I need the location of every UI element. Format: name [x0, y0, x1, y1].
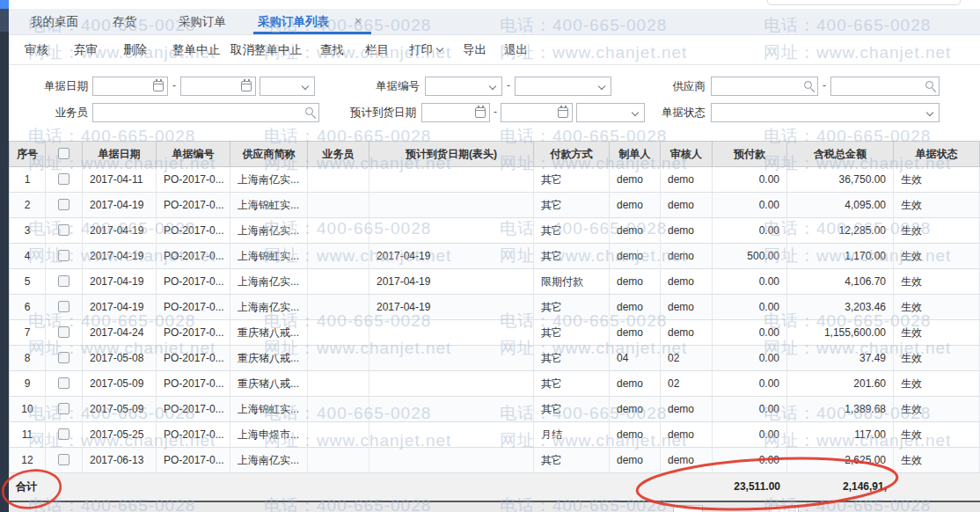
row-checkbox[interactable] [58, 454, 69, 465]
row-checkbox-cell[interactable] [46, 422, 83, 448]
row-checkbox-cell[interactable] [46, 193, 83, 218]
export-button[interactable]: 导出 [463, 35, 486, 65]
audit-button[interactable]: 审核 [25, 35, 48, 65]
row-checkbox[interactable] [58, 301, 69, 312]
row-checkbox-cell[interactable] [46, 269, 83, 295]
cell-prepaid: 0.00 [713, 269, 787, 295]
collapsed-sidebar[interactable] [0, 9, 9, 512]
doc-no-to-select[interactable] [515, 77, 611, 96]
search-icon[interactable] [804, 81, 812, 89]
row-checkbox-cell[interactable] [46, 346, 83, 371]
cell-expected-date: 2017-04-19 [369, 244, 534, 269]
find-button[interactable]: 查找 [320, 35, 344, 65]
calendar-icon[interactable] [558, 107, 568, 118]
row-checkbox[interactable] [58, 352, 69, 363]
columns-button[interactable]: 栏目 [365, 35, 389, 65]
cell-supplier: 重庆猪八戒... [230, 320, 308, 346]
delete-button[interactable]: 删除 [123, 35, 147, 65]
supplier-from-input[interactable] [711, 77, 818, 96]
table-row[interactable]: 62017-04-19PO-2017-0...上海南亿实...2017-04-1… [9, 295, 980, 320]
row-checkbox[interactable] [58, 275, 69, 287]
table-row[interactable]: 22017-04-19PO-2017-0...上海锦虹实...其它demodem… [9, 193, 980, 218]
search-icon[interactable] [925, 81, 933, 89]
row-checkbox-cell[interactable] [46, 295, 83, 320]
exit-button[interactable]: 退出 [504, 35, 528, 65]
expected-date-range-select[interactable] [576, 103, 645, 122]
unaudit-button[interactable]: 弃审 [74, 35, 98, 65]
table-row[interactable]: 92017-05-09PO-2017-0...重庆猪八戒...其它demo020… [9, 371, 980, 397]
row-checkbox-cell[interactable] [46, 244, 83, 269]
row-checkbox[interactable] [58, 199, 69, 210]
cell-payment-method: 其它 [534, 218, 610, 244]
row-checkbox[interactable] [58, 377, 69, 389]
stop-order-button[interactable]: 整单中止 [172, 35, 220, 65]
supplier-from-field[interactable] [711, 77, 818, 96]
tab-inventory[interactable]: 存货 [113, 9, 136, 35]
table-row[interactable]: 122017-06-13PO-2017-0...上海南亿实...其它demode… [9, 448, 980, 473]
tab-my-desktop[interactable]: 我的桌面 [31, 9, 78, 35]
table-header-row: 序号 单据日期 单据编号 供应商简称 业务员 预计到货日期(表头) 付款方式 制… [9, 141, 980, 167]
table-row[interactable]: 32017-04-19PO-2017-0...上海南亿实...其它demodem… [9, 218, 980, 244]
salesman-input[interactable] [92, 103, 319, 122]
doc-date-to-field[interactable] [180, 77, 256, 96]
tab-purchase-order[interactable]: 采购订单 [179, 9, 226, 35]
chevron-down-icon [598, 83, 605, 90]
row-checkbox[interactable] [58, 250, 69, 261]
table-row[interactable]: 42017-04-19PO-2017-0...上海锦虹实...2017-04-1… [9, 244, 980, 269]
col-auditor: 审核人 [661, 141, 713, 167]
bottom-strip [9, 502, 980, 512]
range-dash: - [823, 77, 826, 96]
calendar-icon[interactable] [153, 81, 164, 91]
footer-amount-total: 2,146,91, [787, 473, 894, 501]
print-button[interactable]: 打印 [409, 35, 442, 65]
row-seq: 8 [9, 346, 46, 371]
expected-date-from-field[interactable] [421, 103, 490, 122]
status-select[interactable] [711, 103, 940, 122]
row-checkbox[interactable] [58, 428, 69, 440]
col-supplier: 供应商简称 [230, 141, 308, 167]
row-checkbox-cell[interactable] [46, 218, 83, 244]
table-row[interactable]: 12017-04-11PO-2017-0...上海南亿实...其它demodem… [9, 167, 980, 193]
salesman-field[interactable] [92, 103, 319, 122]
doc-date-label: 单据日期 [32, 77, 88, 96]
cell-doc-date: 2017-04-24 [83, 320, 157, 346]
expected-date-to-field[interactable] [501, 103, 573, 122]
doc-date-range-select[interactable] [260, 77, 315, 96]
table-row[interactable]: 72017-04-24PO-2017-0...重庆猪八戒...其它demodem… [9, 320, 980, 346]
select-all-checkbox[interactable] [58, 148, 69, 159]
col-select-all[interactable] [46, 141, 83, 167]
cancel-stop-button[interactable]: 取消整单中止 [230, 35, 302, 65]
row-checkbox-cell[interactable] [46, 448, 83, 473]
cell-doc-date: 2017-04-19 [83, 193, 157, 218]
table-row[interactable]: 112017-05-25PO-2017-0...上海申煜市...月结demode… [9, 422, 980, 448]
table-row[interactable]: 102017-05-09PO-2017-0...上海锦虹实...其它demode… [9, 397, 980, 422]
cell-salesman [308, 295, 369, 320]
cell-status: 生效 [894, 244, 980, 269]
search-icon[interactable] [305, 107, 313, 115]
cell-auditor: 02 [661, 346, 713, 371]
row-checkbox-cell[interactable] [46, 167, 83, 193]
row-checkbox[interactable] [58, 224, 69, 236]
cell-status: 生效 [894, 422, 980, 448]
doc-no-from-select[interactable] [425, 77, 502, 96]
row-checkbox[interactable] [58, 403, 69, 414]
cell-creator: demo [610, 244, 661, 269]
calendar-icon[interactable] [241, 81, 252, 91]
cell-salesman [308, 193, 369, 218]
pagination-input[interactable] [673, 505, 703, 512]
supplier-to-field[interactable] [830, 77, 940, 96]
row-checkbox[interactable] [58, 173, 69, 185]
row-checkbox-cell[interactable] [46, 371, 83, 397]
row-checkbox-cell[interactable] [46, 397, 83, 422]
table-row[interactable]: 82017-05-08PO-2017-0...重庆猪八戒...其它04020.0… [9, 346, 980, 371]
doc-date-from-field[interactable] [92, 77, 168, 96]
row-checkbox[interactable] [58, 326, 69, 338]
cell-salesman [308, 422, 369, 448]
supplier-to-input[interactable] [830, 77, 940, 96]
cell-supplier: 上海南亿实... [230, 167, 308, 193]
pagination-input[interactable] [769, 505, 799, 512]
row-checkbox-cell[interactable] [46, 320, 83, 346]
col-salesman: 业务员 [308, 141, 369, 167]
table-row[interactable]: 52017-04-19PO-2017-0...上海南亿实...2017-04-1… [9, 269, 980, 295]
calendar-icon[interactable] [475, 107, 486, 118]
